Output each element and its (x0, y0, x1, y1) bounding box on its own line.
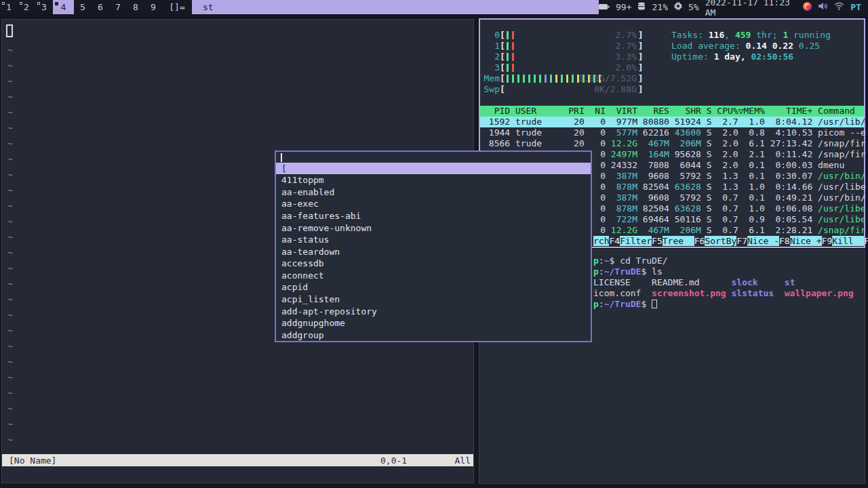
disk-usage: 21% (652, 2, 667, 12)
launcher-item[interactable]: acpi_listen (276, 293, 591, 306)
launcher-item[interactable]: aa-features-abi (276, 210, 591, 222)
htop-meter-swp: Swp[0K/2.88G] (484, 84, 644, 95)
workspace-tag-5[interactable]: 5 (74, 0, 92, 14)
terminal-line: LICENSE README.md slock st (593, 277, 795, 288)
memory-usage: 5% (688, 2, 699, 12)
workspace-tag-3[interactable]: 3 (35, 0, 53, 14)
workspace-tag-6[interactable]: 6 (92, 0, 109, 14)
htop-table-header[interactable]: PID USER PRI NI VIRT RES SHR S CPU%▽MEM%… (480, 106, 864, 117)
status-widgets: 99+ 21% 5% 2022-11-17 11:23 AM PT (599, 0, 868, 14)
launcher-item[interactable]: aa-enabled (276, 186, 591, 199)
firefox-tray-icon[interactable] (802, 1, 812, 14)
workspace-tag-9[interactable]: 9 (144, 0, 162, 14)
htop-meter-0: 0[2.7%] (484, 30, 644, 41)
layout-indicator[interactable]: []= (162, 0, 192, 14)
htop-load-line: Load average: 0.14 0.22 0.25 (671, 41, 820, 52)
htop-meters: 0[2.7%]1[2.7%]2[3.3%]3[2.0%]Mem[1.81G/7.… (484, 30, 644, 95)
clock: 2022-11-17 11:23 AM (705, 0, 797, 18)
workspace-tag-4[interactable]: 4 (53, 0, 74, 14)
dmenu-launcher[interactable]: [ 411toppmaa-enabledaa-execaa-features-a… (275, 150, 592, 342)
workspace-occupied-indicator (20, 2, 22, 5)
workspace-occupied-indicator (2, 2, 5, 5)
workspace-occupied-indicator (55, 2, 58, 5)
launcher-item[interactable]: aa-teardown (276, 245, 591, 258)
htop-process-row-selected[interactable]: 1592 trude 20 0 977M 80880 51924 S 2.7 1… (480, 117, 864, 127)
launcher-item[interactable]: add-apt-repository (276, 305, 591, 317)
launcher-item[interactable]: addgroup (276, 329, 591, 342)
launcher-item[interactable]: aa-status (276, 234, 591, 246)
htop-process-row[interactable]: 8566 trude 20 0 12.2G 467M 206M S 2.0 6.… (480, 138, 864, 149)
launcher-item[interactable]: acpid (276, 281, 591, 293)
htop-meter-3: 3[2.0%] (484, 62, 644, 73)
launcher-item[interactable]: aa-remove-unknown (276, 222, 591, 234)
htop-process-row[interactable]: 1944 trude 20 0 577M 62216 43600 S 2.0 0… (480, 127, 864, 138)
htop-uptime-line: Uptime: 1 day, 02:50:56 (671, 52, 793, 62)
terminal-line: p:~/TruDE$ ls (593, 266, 663, 277)
launcher-selected-item[interactable]: [ (276, 163, 591, 174)
htop-meter-mem: Mem[1.81G/7.52G] (484, 73, 644, 84)
launcher-item-list: 411toppmaa-enabledaa-execaa-features-abi… (276, 174, 591, 341)
wifi-icon[interactable] (834, 2, 844, 12)
vim-empty-lines: ~~~~~~~~~~~~~~~~~~~~~~~~~~~ (7, 42, 13, 463)
htop-tasks-line: Tasks: 116, 459 thr; 1 running (671, 30, 831, 41)
status-bar: 123456789 []= st 99+ 21% 5% 2022-11-17 1… (0, 0, 868, 14)
terminal-prompt-line: p:~/TruDE$ (593, 299, 657, 310)
workspace-tags: 123456789 (0, 0, 162, 14)
workspace-tag-1[interactable]: 1 (0, 0, 18, 14)
launcher-item[interactable]: aconnect (276, 270, 591, 282)
htop-meter-2: 2[3.3%] (484, 52, 644, 62)
vim-file-name: [No Name] (2, 455, 56, 466)
vim-cursor-position: 0,0-1 (380, 455, 407, 466)
workspace-tag-2[interactable]: 2 (18, 0, 35, 14)
vim-cursor (6, 24, 13, 37)
battery-icon (599, 2, 610, 12)
keyboard-layout-indicator[interactable]: PT (850, 2, 861, 12)
htop-meter-1: 1[2.7%] (484, 41, 644, 52)
launcher-item[interactable]: 411toppm (276, 174, 591, 186)
launcher-item[interactable]: aa-exec (276, 198, 591, 210)
vim-scroll-indicator: All (455, 455, 471, 466)
terminal-line: p:~$ cd TruDE/ (593, 256, 668, 266)
workspace-tag-8[interactable]: 8 (127, 0, 144, 14)
workspace-occupied-indicator (37, 2, 40, 5)
launcher-item[interactable]: addgnupghome (276, 317, 591, 329)
disk-icon (637, 2, 646, 12)
battery-percent: 99+ (616, 2, 631, 12)
terminal-line: icom.conf screenshot.png slstatus wallpa… (593, 288, 854, 299)
memory-icon (674, 2, 682, 12)
terminal-cursor (652, 300, 657, 308)
launcher-item[interactable]: accessdb (276, 258, 591, 270)
volume-icon[interactable] (818, 2, 828, 12)
vim-statusline: [No Name] 0,0-1 All (2, 454, 473, 466)
workspace-tag-7[interactable]: 7 (109, 0, 127, 14)
htop-function-key-bar[interactable]: rchF4FilterF5Tree F6SortByF7Nice -F8Nice… (593, 236, 868, 247)
focused-window-title: st (192, 0, 599, 14)
launcher-text-caret (281, 153, 282, 162)
launcher-search-input[interactable] (276, 152, 591, 163)
